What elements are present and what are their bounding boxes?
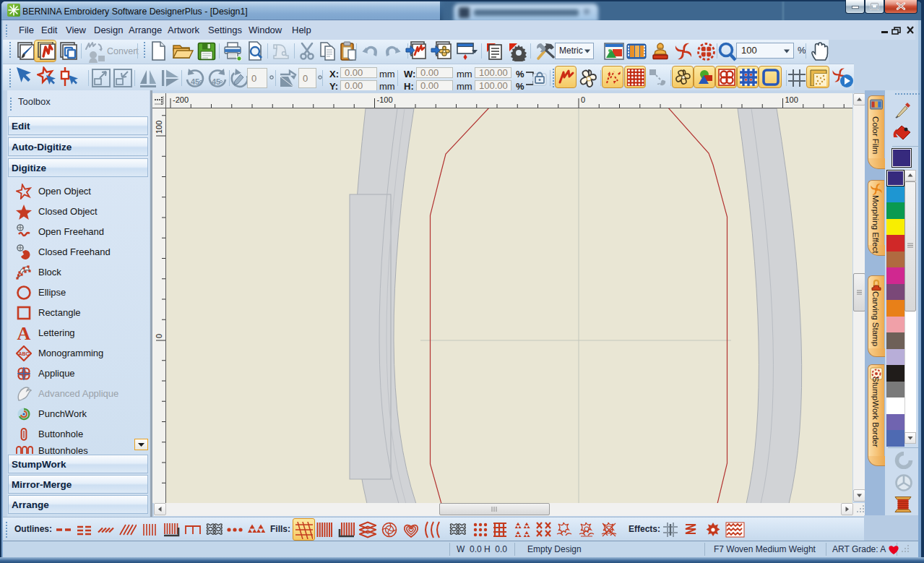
svg-text:100: 100 [155, 121, 163, 134]
svg-text:A: A [17, 325, 31, 341]
svg-text:100: 100 [785, 95, 798, 104]
svg-text:0: 0 [581, 95, 585, 104]
svg-text:ABC: ABC [18, 351, 29, 356]
svg-text:0: 0 [155, 334, 163, 338]
svg-text:45: 45 [191, 77, 199, 86]
svg-text:45: 45 [212, 77, 220, 86]
svg-text:-100: -100 [377, 95, 393, 104]
svg-text:-200: -200 [173, 95, 189, 104]
